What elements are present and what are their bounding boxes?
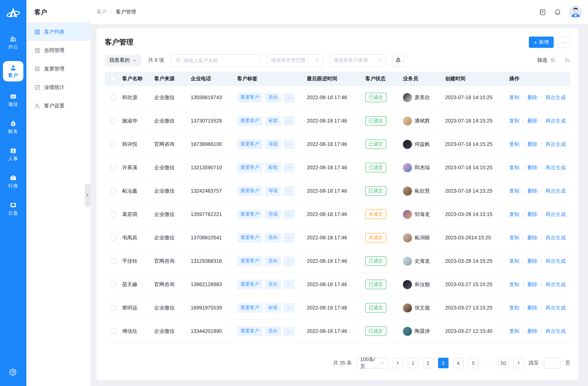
breadcrumb-root[interactable]: 客户: [97, 9, 107, 16]
delete-link[interactable]: 删除: [527, 117, 538, 124]
regenerate-link[interactable]: 再次生成: [546, 211, 566, 218]
page-button-5[interactable]: 5: [468, 358, 479, 368]
app-logo[interactable]: [4, 6, 22, 23]
copy-link[interactable]: 复制: [509, 94, 519, 101]
sidebar-item-invoice[interactable]: 发票管理: [26, 60, 90, 78]
copy-link[interactable]: 复制: [509, 328, 519, 335]
delete-link[interactable]: 删除: [527, 94, 538, 101]
row-checkbox[interactable]: [110, 281, 116, 287]
more-tags-button[interactable]: ···: [283, 233, 294, 243]
delete-link[interactable]: 删除: [527, 258, 538, 264]
delete-link[interactable]: 删除: [527, 304, 538, 311]
regenerate-link[interactable]: 再次生成: [546, 304, 566, 311]
settings-button[interactable]: [0, 368, 26, 378]
regenerate-link[interactable]: 再次生成: [546, 328, 566, 335]
jump-page-input[interactable]: [544, 357, 560, 369]
rail-item-cloud[interactable]: 云盘: [2, 200, 24, 217]
copy-link[interactable]: 复制: [509, 234, 519, 241]
page-size-select[interactable]: 100条/页: [357, 357, 388, 369]
chevron-left-icon: [396, 360, 400, 366]
source-select[interactable]: 请选择客户来源: [329, 54, 386, 66]
more-tags-button[interactable]: ···: [283, 186, 294, 196]
rail-item-admin[interactable]: 行政: [2, 173, 24, 190]
rail-item-hr[interactable]: 人事: [2, 146, 24, 163]
cell-salesperson: 郎杰瑞: [403, 163, 445, 172]
row-checkbox[interactable]: [110, 212, 116, 217]
sidebar-item-customer-list[interactable]: 客户列表: [26, 23, 90, 41]
rail-item-finance[interactable]: 财务: [2, 119, 24, 136]
copy-link[interactable]: 复制: [509, 211, 519, 218]
rail-item-office[interactable]: 办公: [2, 34, 24, 51]
scope-select[interactable]: 请选择管理范围: [267, 54, 323, 66]
cell-last-follow-time: 2022-08-18 17:46: [307, 188, 365, 194]
cell-created-time: 2023-03-27 13:15:25: [445, 305, 509, 311]
regenerate-link[interactable]: 再次生成: [546, 281, 566, 288]
sidebar-item-customer-settings[interactable]: 客户设置: [26, 96, 90, 115]
cell-created-time: 2023-03-2814:15:25: [445, 235, 509, 240]
sidebar-item-contract[interactable]: 合同管理: [26, 41, 90, 60]
regenerate-link[interactable]: 再次生成: [546, 188, 566, 194]
row-checkbox[interactable]: [110, 258, 116, 264]
more-tags-button[interactable]: ···: [283, 116, 294, 126]
select-all-checkbox[interactable]: [110, 76, 116, 82]
next-page-button[interactable]: [513, 358, 524, 368]
add-customer-button[interactable]: + 新增: [529, 37, 554, 48]
rail-item-customer[interactable]: 客户: [3, 61, 23, 81]
page-button-3[interactable]: 3: [438, 358, 448, 368]
more-tags-button[interactable]: ···: [283, 92, 294, 102]
more-tags-button[interactable]: ···: [283, 303, 294, 313]
table-row: 施淑华企业微信13730715529重要客户标签···2022-08-18 17…: [105, 109, 570, 133]
customer-search-input[interactable]: [184, 58, 257, 63]
row-checkbox[interactable]: [110, 328, 116, 334]
row-checkbox[interactable]: [110, 141, 116, 147]
page-button-2[interactable]: 2: [423, 358, 433, 368]
delete-link[interactable]: 删除: [527, 281, 538, 288]
page-button-50[interactable]: 50: [498, 358, 509, 368]
row-checkbox[interactable]: [110, 118, 116, 124]
row-checkbox[interactable]: [110, 235, 116, 240]
page-button-4[interactable]: 4: [453, 358, 463, 368]
more-tags-button[interactable]: ···: [283, 279, 294, 289]
more-tags-button[interactable]: ···: [283, 139, 294, 149]
row-checkbox[interactable]: [110, 305, 116, 311]
prev-page-button[interactable]: [393, 358, 403, 368]
regenerate-link[interactable]: 再次生成: [546, 258, 566, 264]
regenerate-link[interactable]: 再次生成: [546, 141, 566, 148]
copy-link[interactable]: 复制: [509, 164, 519, 171]
delete-link[interactable]: 删除: [527, 328, 538, 335]
bell-icon[interactable]: [554, 8, 561, 16]
row-checkbox[interactable]: [110, 95, 116, 100]
page-button-1[interactable]: 1: [408, 358, 418, 368]
copy-link[interactable]: 复制: [509, 258, 519, 264]
copy-link[interactable]: 复制: [509, 141, 519, 148]
row-checkbox[interactable]: [110, 165, 116, 170]
more-tags-button[interactable]: ···: [283, 256, 294, 266]
regenerate-link[interactable]: 再次生成: [546, 234, 566, 241]
view-scope-select[interactable]: 我查看的: [105, 54, 141, 66]
more-tags-button[interactable]: ···: [283, 209, 294, 219]
sidebar-item-stats[interactable]: 业绩统计: [26, 78, 90, 96]
regenerate-link[interactable]: 再次生成: [546, 117, 566, 124]
sidebar-collapse-handle[interactable]: [85, 184, 90, 207]
sort-columns-icon[interactable]: [564, 57, 570, 63]
delete-link[interactable]: 删除: [527, 141, 538, 148]
copy-link[interactable]: 复制: [509, 281, 519, 288]
regenerate-link[interactable]: 再次生成: [546, 94, 566, 101]
clear-filters-button[interactable]: [392, 54, 404, 66]
copy-link[interactable]: 复制: [509, 304, 519, 311]
more-tags-button[interactable]: ···: [283, 326, 294, 336]
regenerate-link[interactable]: 再次生成: [546, 164, 566, 171]
copy-link[interactable]: 复制: [509, 117, 519, 124]
copy-link[interactable]: 复制: [509, 188, 519, 194]
more-actions-button[interactable]: ···: [557, 37, 570, 48]
delete-link[interactable]: 删除: [527, 188, 538, 194]
delete-link[interactable]: 删除: [527, 234, 538, 241]
more-tags-button[interactable]: ···: [283, 163, 294, 172]
delete-link[interactable]: 删除: [527, 164, 538, 171]
user-avatar[interactable]: [569, 6, 582, 19]
row-checkbox[interactable]: [110, 188, 116, 194]
rail-item-project[interactable]: 项目: [2, 92, 24, 108]
delete-link[interactable]: 删除: [527, 211, 538, 218]
journal-icon[interactable]: [539, 8, 546, 16]
filter-toggle[interactable]: 筛选: [537, 57, 556, 64]
